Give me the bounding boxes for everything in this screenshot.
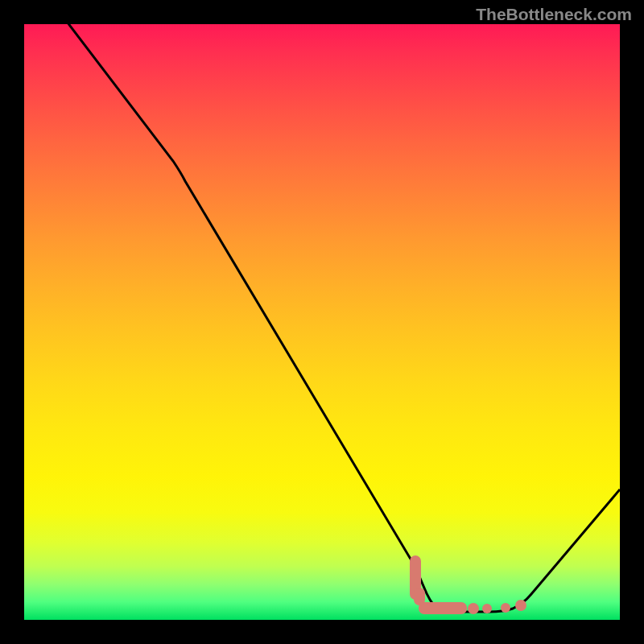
svg-point-4 — [482, 604, 492, 613]
svg-rect-2 — [419, 602, 467, 614]
svg-point-5 — [501, 603, 510, 613]
chart-container: TheBottleneck.com — [0, 0, 644, 644]
svg-point-3 — [468, 603, 479, 614]
chart-svg — [24, 24, 620, 620]
svg-point-6 — [515, 600, 526, 611]
main-curve — [60, 24, 620, 612]
watermark-text: TheBottleneck.com — [476, 5, 632, 24]
dotted-marks-group — [410, 555, 526, 614]
plot-area — [24, 24, 620, 620]
